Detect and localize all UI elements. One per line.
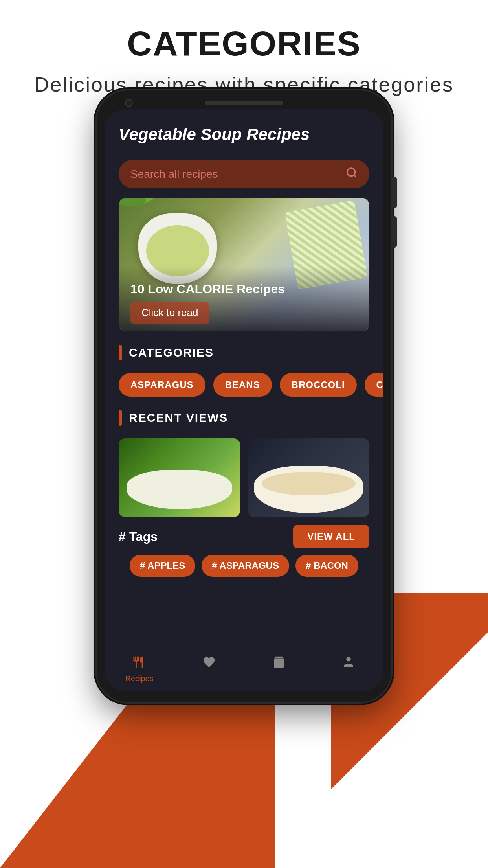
recent-views-header: RECENT VIEWS [119, 410, 369, 426]
nav-item-recipes[interactable]: Recipes [105, 655, 174, 683]
category-tag-broccoli[interactable]: BROCCOLI [280, 373, 357, 397]
svg-point-3 [347, 657, 351, 661]
click-to-read-button[interactable]: Click to read [130, 302, 209, 324]
cream-soup-bowl [254, 466, 363, 513]
category-tags-row: ASPARAGUS BEANS BROCCOLI CABBAGE [105, 373, 383, 406]
recent-views-section: RECENT VIEWS [105, 406, 383, 438]
nav-item-cart[interactable] [244, 655, 314, 683]
cucumber-decoration-2 [119, 198, 147, 209]
green-soup-bowl [127, 470, 232, 509]
section-accent-bar [119, 345, 122, 360]
recent-image-card-2[interactable] [248, 438, 369, 517]
page-title: CATEGORIES [31, 24, 457, 64]
category-tag-cabbage[interactable]: CABBAGE [365, 373, 383, 397]
phone-frame-container: Vegetable Soup Recipes Search all recipe… [97, 90, 391, 702]
bottom-navigation: Recipes [105, 649, 383, 691]
recent-images-row [105, 438, 383, 525]
featured-overlay: 10 Low CALORIE Recipes Click to read [119, 266, 369, 331]
view-all-button[interactable]: VIEW ALL [293, 525, 369, 548]
tags-label: # Tags [119, 530, 158, 544]
nav-item-profile[interactable] [314, 655, 384, 683]
cart-icon [272, 655, 286, 672]
category-tag-asparagus[interactable]: ASPARAGUS [119, 373, 205, 397]
tags-section-header: # Tags VIEW ALL [105, 525, 383, 548]
camera-dot [125, 99, 133, 107]
speaker-bar [205, 101, 283, 105]
recent-views-accent-bar [119, 410, 122, 426]
cream-soup-image [248, 438, 369, 517]
heart-icon [202, 655, 216, 672]
hash-tag-bacon[interactable]: # BACON [295, 555, 358, 577]
phone-screen: Vegetable Soup Recipes Search all recipe… [105, 109, 383, 691]
hash-tags-row: # APPLES # ASPARAGUS # BACON [105, 555, 383, 583]
hash-tag-asparagus[interactable]: # ASPARAGUS [202, 555, 289, 577]
featured-card[interactable]: 10 Low CALORIE Recipes Click to read [119, 198, 369, 331]
app-header: Vegetable Soup Recipes [105, 109, 383, 152]
user-icon [342, 655, 355, 672]
nav-item-favorites[interactable] [174, 655, 244, 683]
green-soup-image [119, 438, 240, 517]
search-placeholder-text: Search all recipes [130, 168, 346, 180]
app-content: Vegetable Soup Recipes Search all recipe… [105, 109, 383, 691]
phone-frame: Vegetable Soup Recipes Search all recipe… [97, 90, 391, 702]
search-bar[interactable]: Search all recipes [119, 160, 369, 188]
recent-image-card-1[interactable] [119, 438, 240, 517]
featured-title: 10 Low CALORIE Recipes [130, 282, 358, 296]
phone-top-bar [105, 101, 383, 105]
hash-tag-apples[interactable]: # APPLES [130, 555, 195, 577]
nav-label-recipes: Recipes [125, 674, 154, 683]
app-title: Vegetable Soup Recipes [119, 125, 369, 144]
svg-line-1 [354, 175, 356, 177]
categories-section: CATEGORIES [105, 341, 383, 373]
search-icon [346, 167, 358, 181]
categories-section-title: CATEGORIES [129, 346, 214, 359]
utensils-icon [133, 655, 146, 672]
category-tag-beans[interactable]: BEANS [213, 373, 272, 397]
recent-views-section-title: RECENT VIEWS [129, 411, 228, 425]
categories-header: CATEGORIES [119, 345, 369, 360]
search-container: Search all recipes [105, 152, 383, 198]
cream-soup-inside [262, 472, 356, 495]
